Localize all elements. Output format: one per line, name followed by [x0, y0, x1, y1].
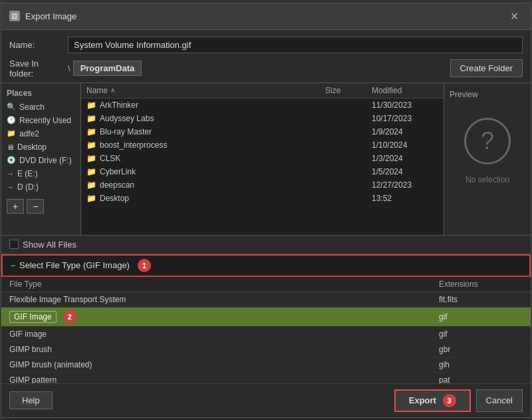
show-all-files-label: Show All Files — [23, 240, 76, 250]
ft-col-header-ext: Extensions — [431, 277, 531, 292]
table-row[interactable]: 📁deepscan 12/27/2023 — [81, 178, 444, 192]
cancel-button[interactable]: Cancel — [476, 389, 523, 412]
ft-ext-gih: gih — [431, 357, 531, 372]
export-button[interactable]: Export 3 — [394, 389, 471, 412]
save-in-label: Save In folder: — [9, 59, 63, 79]
place-item-desktop[interactable]: 🖥 Desktop — [1, 140, 80, 154]
top-section: Name: Save In folder: \ ProgramData Crea… — [1, 30, 531, 83]
ft-row-fits[interactable]: Flexible Image Transport System fit,fits — [1, 292, 531, 307]
folder-icon: 📁 — [86, 154, 96, 163]
gif-image-badge: GIF Image — [9, 311, 57, 323]
col-header-name: Name ∧ — [86, 86, 325, 95]
place-item-e[interactable]: → E (E:) — [1, 167, 80, 180]
step2-badge: 2 — [63, 310, 76, 323]
ft-row-gimp-pattern[interactable]: GIMP pattern pat — [1, 372, 531, 383]
collapse-icon: − — [11, 261, 15, 270]
place-label-d: D (D:) — [17, 182, 39, 192]
ft-type-gif: GIF image — [1, 326, 431, 341]
step1-badge: 1 — [138, 259, 151, 272]
preview-panel: Preview ? No selection — [444, 83, 531, 235]
places-header: Places — [1, 87, 80, 101]
remove-place-button[interactable]: − — [27, 199, 44, 214]
help-button[interactable]: Help — [9, 391, 53, 409]
folder-icon: 📁 — [86, 180, 96, 190]
folder-icon: 📁 — [86, 101, 96, 110]
ft-ext-gif-caps: gif — [431, 307, 531, 326]
ft-col-header-type: File Type — [1, 277, 431, 292]
no-preview-icon: ? — [481, 127, 494, 155]
action-bar: Help Export 3 Cancel — [1, 383, 531, 417]
ft-type-gif-caps: GIF Image 2 — [1, 308, 431, 326]
place-label-adfe2: adfe2 — [19, 129, 39, 138]
ft-row-gimp-brush-animated[interactable]: GIMP brush (animated) gih — [1, 357, 531, 372]
place-item-adfe2[interactable]: 📁 adfe2 — [1, 127, 80, 140]
folder-icon: 📁 — [86, 167, 96, 176]
table-row[interactable]: 📁boost_interprocess 1/10/2024 — [81, 138, 444, 152]
folder-row: Save In folder: \ ProgramData Create Fol… — [9, 59, 523, 79]
step3-badge: 3 — [443, 394, 456, 407]
name-label: Name: — [9, 40, 63, 50]
folder-icon: 📁 — [86, 127, 96, 136]
ft-ext-fits: fit,fits — [431, 292, 531, 307]
place-item-d[interactable]: → D (D:) — [1, 180, 80, 194]
table-row[interactable]: 📁CLSK 1/3/2024 — [81, 152, 444, 165]
add-place-button[interactable]: + — [7, 199, 24, 214]
file-panel: Name ∧ Size Modified 📁ArkThinker 11/30/2… — [81, 83, 444, 235]
folder-path: \ ProgramData — [68, 61, 445, 76]
place-label-dvd: DVD Drive (F:) — [19, 156, 72, 165]
ft-row-gif-image[interactable]: GIF image gif — [1, 326, 531, 341]
show-all-row: Show All Files — [1, 236, 531, 254]
show-all-files-checkbox[interactable] — [9, 240, 19, 249]
folder-icon: 📁 — [86, 114, 96, 123]
table-row[interactable]: 📁Blu-ray Master 1/9/2024 — [81, 125, 444, 138]
close-button[interactable]: ✕ — [506, 9, 523, 24]
col-header-modified: Modified — [372, 86, 438, 95]
ft-type-gbr: GIMP brush — [1, 341, 431, 357]
create-folder-button[interactable]: Create Folder — [450, 59, 523, 77]
dialog-title: Export Image — [25, 11, 76, 21]
place-label-e: E (E:) — [17, 169, 38, 178]
table-row[interactable]: 📁Desktop 13:52 — [81, 192, 444, 205]
ft-row-gimp-brush[interactable]: GIMP brush gbr — [1, 341, 531, 357]
preview-label: Preview — [450, 90, 478, 99]
preview-circle: ? — [464, 118, 511, 164]
place-label-search: Search — [19, 103, 45, 112]
folder-icon: 📁 — [86, 194, 96, 203]
ft-type-pat: GIMP pattern — [1, 372, 431, 383]
ft-ext-gbr: gbr — [431, 341, 531, 357]
ft-type-gih: GIMP brush (animated) — [1, 357, 431, 372]
file-type-title: Select File Type (GIF Image) — [19, 260, 130, 270]
title-bar-left: 🖼 Export Image — [9, 11, 76, 21]
search-icon: 🔍 — [7, 103, 16, 111]
recently-used-icon: 🕐 — [7, 116, 16, 124]
file-list-header: Name ∧ Size Modified — [81, 83, 444, 99]
export-image-dialog: 🖼 Export Image ✕ Name: Save In folder: \… — [1, 3, 531, 418]
main-area: Places 🔍 Search 🕐 Recently Used 📁 adfe2 … — [1, 83, 531, 236]
ft-type-fits: Flexible Image Transport System — [1, 292, 431, 307]
folder-icon: 📁 — [86, 140, 96, 150]
ft-ext-gif: gif — [431, 326, 531, 341]
table-row[interactable]: 📁CyberLink 1/5/2024 — [81, 165, 444, 178]
name-row: Name: — [9, 37, 523, 53]
place-label-desktop: Desktop — [17, 142, 47, 152]
drive-d-icon: → — [7, 183, 14, 191]
file-type-section: − Select File Type (GIF Image) 1 File Ty… — [1, 254, 531, 383]
title-bar: 🖼 Export Image ✕ — [1, 3, 531, 30]
drive-e-icon: → — [7, 170, 14, 178]
place-item-dvd[interactable]: 💿 DVD Drive (F:) — [1, 154, 80, 167]
ft-row-gif-image-caps[interactable]: GIF Image 2 gif — [1, 307, 531, 326]
place-item-recently-used[interactable]: 🕐 Recently Used — [1, 114, 80, 127]
desktop-icon: 🖥 — [7, 143, 14, 151]
table-row[interactable]: 📁ArkThinker 11/30/2023 — [81, 99, 444, 112]
file-type-header[interactable]: − Select File Type (GIF Image) 1 — [1, 254, 531, 277]
no-selection-text: No selection — [466, 175, 509, 184]
folder-separator: \ — [68, 63, 70, 73]
current-folder[interactable]: ProgramData — [73, 61, 142, 76]
file-type-table: File Type Extensions Flexible Image Tran… — [1, 277, 531, 383]
ft-ext-pat: pat — [431, 372, 531, 383]
table-row[interactable]: 📁Audyssey Labs 10/17/2023 — [81, 112, 444, 125]
place-item-search[interactable]: 🔍 Search — [1, 101, 80, 114]
dialog-icon: 🖼 — [9, 11, 20, 21]
action-buttons: Export 3 Cancel — [394, 389, 523, 412]
filename-input[interactable] — [68, 37, 523, 53]
